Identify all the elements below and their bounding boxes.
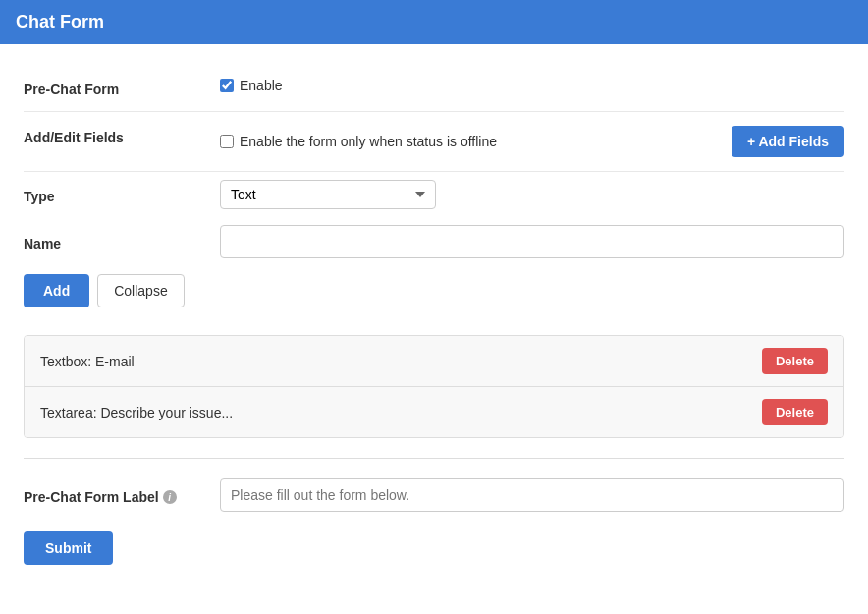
collapse-button[interactable]: Collapse — [97, 274, 184, 307]
field-item-email-label: Textbox: E-mail — [40, 354, 135, 369]
section-divider — [24, 458, 844, 459]
field-item-textarea: Textarea: Describe your issue... Delete — [25, 387, 843, 437]
field-item-email: Textbox: E-mail Delete — [25, 336, 843, 387]
add-button[interactable]: Add — [24, 274, 89, 307]
delete-textarea-button[interactable]: Delete — [762, 399, 828, 425]
delete-email-button[interactable]: Delete — [762, 348, 828, 374]
page-title: Chat Form — [16, 12, 104, 31]
submit-section: Submit — [24, 531, 844, 565]
pre-chat-form-control: Enable — [220, 78, 844, 93]
add-edit-row: Enable the form only when status is offl… — [220, 126, 844, 157]
submit-button[interactable]: Submit — [24, 531, 113, 565]
pre-chat-form-row: Pre-Chat Form Enable — [24, 64, 844, 112]
enable-checkbox-wrapper: Enable — [220, 78, 283, 93]
add-edit-fields-control: Enable the form only when status is offl… — [220, 126, 844, 157]
add-edit-fields-label: Add/Edit Fields — [24, 126, 220, 145]
enable-checkbox[interactable] — [220, 79, 234, 92]
offline-checkbox-wrapper: Enable the form only when status is offl… — [220, 134, 497, 149]
add-edit-fields-row: Add/Edit Fields Enable the form only whe… — [24, 112, 844, 172]
pre-chat-label-row: Pre-Chat Form Label i — [24, 478, 844, 512]
pre-chat-form-label-input[interactable] — [220, 478, 844, 512]
offline-label: Enable the form only when status is offl… — [240, 134, 497, 149]
name-input[interactable] — [220, 225, 844, 258]
content-area: Pre-Chat Form Enable Add/Edit Fields Ena… — [0, 44, 868, 585]
page-header: Chat Form — [0, 0, 868, 44]
offline-checkbox[interactable] — [220, 135, 234, 148]
pre-chat-form-label-field: Pre-Chat Form Label i — [24, 485, 220, 505]
type-select[interactable]: Text Textarea Select Checkbox Radio — [220, 180, 436, 209]
type-label: Type — [24, 185, 220, 204]
field-item-textarea-label: Textarea: Describe your issue... — [40, 405, 233, 420]
pre-chat-form-label: Pre-Chat Form — [24, 78, 220, 97]
add-fields-button[interactable]: + Add Fields — [732, 126, 844, 157]
info-icon: i — [163, 490, 177, 504]
name-row: Name — [24, 225, 844, 258]
fields-list: Textbox: E-mail Delete Textarea: Describ… — [24, 335, 844, 438]
pre-chat-form-label-text: Pre-Chat Form Label — [24, 489, 159, 505]
name-field-label: Name — [24, 232, 220, 251]
enable-label: Enable — [240, 78, 283, 93]
type-name-subsection: Type Text Textarea Select Checkbox Radio… — [24, 172, 844, 335]
type-row: Type Text Textarea Select Checkbox Radio — [24, 180, 844, 209]
action-buttons-group: Add Collapse — [24, 274, 844, 307]
